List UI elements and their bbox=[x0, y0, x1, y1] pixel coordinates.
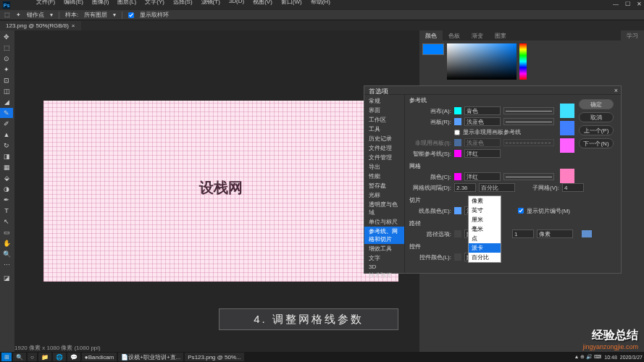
menu-select[interactable]: 选择(S) bbox=[173, 0, 193, 5]
fg-bg-swatches[interactable] bbox=[422, 43, 444, 55]
canvas-guide-style[interactable] bbox=[503, 107, 554, 114]
unit-option-px[interactable]: 像素 bbox=[469, 196, 501, 206]
close-button[interactable]: ✕ bbox=[634, 0, 644, 7]
menu-edit[interactable]: 编辑(E) bbox=[64, 0, 83, 5]
grid-spacing-input[interactable] bbox=[454, 183, 476, 192]
stamp-tool[interactable]: ▲ bbox=[0, 130, 13, 140]
artboard-guide-select[interactable]: 浅蓝色 bbox=[464, 117, 501, 126]
artboard-guide-style[interactable] bbox=[503, 118, 554, 125]
show-inactive-checkbox[interactable] bbox=[454, 130, 460, 135]
tab-color[interactable]: 颜色 bbox=[419, 30, 443, 41]
tab-gradients[interactable]: 渐变 bbox=[466, 30, 489, 41]
taskbar-browser[interactable]: 🌐 bbox=[53, 353, 66, 361]
color-swap[interactable]: ◪ bbox=[0, 271, 13, 285]
menu-3d[interactable]: 3D(D) bbox=[229, 0, 244, 5]
history-brush-tool[interactable]: ↻ bbox=[0, 140, 13, 151]
frame-tool[interactable]: ◫ bbox=[0, 86, 13, 96]
taskbar-bandicam[interactable]: ● Bandicam bbox=[82, 353, 117, 361]
tab-patterns[interactable]: 图案 bbox=[489, 30, 512, 41]
pen-tool[interactable]: ✒ bbox=[0, 195, 13, 205]
taskbar-browser-window[interactable]: 📄 设栈+职业培训+直... bbox=[118, 353, 183, 361]
ok-button[interactable]: 确定 bbox=[579, 99, 614, 109]
taskbar-cortana[interactable]: ○ bbox=[28, 353, 37, 361]
move-tool[interactable]: ✥ bbox=[0, 32, 13, 42]
grid-color-select[interactable]: 洋红 bbox=[464, 172, 501, 181]
subdiv-input[interactable] bbox=[562, 183, 584, 192]
category-export[interactable]: 导出 bbox=[364, 162, 404, 172]
category-units[interactable]: 单位与标尺 bbox=[364, 217, 404, 227]
unit-option-inch[interactable]: 英寸 bbox=[469, 206, 501, 215]
marquee-tool[interactable]: ⬚ bbox=[0, 43, 13, 53]
controls-color-swatch[interactable] bbox=[454, 253, 461, 261]
taskbar-wechat[interactable]: 💬 bbox=[67, 353, 80, 361]
diffuse-checkbox[interactable] bbox=[128, 12, 134, 18]
cancel-button[interactable]: 取消 bbox=[579, 112, 614, 122]
menu-view[interactable]: 视图(V) bbox=[253, 0, 272, 5]
category-tools[interactable]: 工具 bbox=[364, 125, 404, 134]
category-file-mgmt[interactable]: 文件管理 bbox=[364, 153, 404, 162]
tray-icons[interactable]: ▲ ⊕ 🔊 ⌨ bbox=[574, 354, 602, 360]
crop-tool[interactable]: ⊡ bbox=[0, 75, 13, 85]
category-performance[interactable]: 性能 bbox=[364, 172, 404, 181]
zoom-tool[interactable]: 🔍 bbox=[0, 249, 13, 259]
menu-help[interactable]: 帮助(H) bbox=[311, 0, 330, 5]
dodge-tool[interactable]: ◑ bbox=[0, 184, 13, 194]
taskbar-explorer[interactable]: 📁 bbox=[38, 353, 51, 361]
minimize-button[interactable]: — bbox=[611, 0, 621, 7]
canvas-guide-swatch[interactable] bbox=[454, 107, 461, 114]
category-cursors[interactable]: 光标 bbox=[364, 190, 404, 200]
menu-file[interactable]: 文件(F) bbox=[36, 0, 55, 5]
category-history[interactable]: 历史记录 bbox=[364, 134, 404, 143]
tab-learn[interactable]: 学习 bbox=[621, 30, 644, 41]
prev-button[interactable]: 上一个(P) bbox=[579, 125, 614, 135]
path-tool[interactable]: ↖ bbox=[0, 216, 13, 227]
type-tool[interactable]: T bbox=[0, 206, 13, 216]
start-button[interactable]: ⊞ bbox=[1, 353, 12, 361]
taskbar-photoshop[interactable]: Ps 123.png @ 50%... bbox=[185, 353, 244, 361]
category-guides-grid[interactable]: 参考线、网格和切片 bbox=[364, 227, 404, 244]
smart-guide-select[interactable]: 洋红 bbox=[464, 149, 501, 158]
brush-tool[interactable]: ✐ bbox=[0, 119, 13, 129]
canvas-guide-select[interactable]: 青色 bbox=[464, 106, 501, 115]
slice-number-checkbox[interactable] bbox=[518, 208, 524, 214]
category-transparency[interactable]: 透明度与色域 bbox=[364, 200, 404, 217]
tray-time[interactable]: 10:48 bbox=[604, 355, 617, 360]
unit-option-percent[interactable]: 百分比 bbox=[469, 253, 501, 262]
eraser-tool[interactable]: ◨ bbox=[0, 151, 13, 161]
brush-icon[interactable]: ✦ bbox=[16, 12, 21, 18]
category-scratch[interactable]: 暂存盘 bbox=[364, 181, 404, 190]
document-tab[interactable]: 123.png @ 50%(RGB/8) × bbox=[0, 21, 81, 30]
tab-swatches[interactable]: 色板 bbox=[443, 30, 466, 41]
sample-select[interactable]: 所有图层 bbox=[84, 11, 107, 19]
category-type[interactable]: 文字 bbox=[364, 253, 404, 263]
tab-close-icon[interactable]: × bbox=[72, 22, 75, 29]
slice-color-swatch[interactable] bbox=[454, 207, 461, 214]
path-px-unit[interactable]: 像素 bbox=[537, 230, 573, 238]
canvas[interactable]: 设栈网 bbox=[43, 101, 398, 282]
grid-unit-select[interactable]: 百分比 bbox=[479, 183, 515, 192]
more-tools[interactable]: ⋯ bbox=[0, 260, 13, 270]
unit-option-cm[interactable]: 厘米 bbox=[469, 215, 501, 224]
menu-window[interactable]: 窗口(W) bbox=[281, 0, 302, 5]
menu-type[interactable]: 文字(Y) bbox=[145, 0, 164, 5]
category-3d[interactable]: 3D bbox=[364, 263, 404, 271]
category-interface[interactable]: 界面 bbox=[364, 106, 404, 115]
hand-tool[interactable]: ✋ bbox=[0, 238, 13, 248]
gradient-tool[interactable]: ▦ bbox=[0, 162, 13, 172]
category-plugins[interactable]: 增效工具 bbox=[364, 244, 404, 253]
shape-tool[interactable]: ▭ bbox=[0, 227, 13, 237]
path-px-input[interactable] bbox=[512, 230, 534, 238]
menu-image[interactable]: 图像(I) bbox=[92, 0, 109, 5]
color-picker[interactable] bbox=[447, 43, 517, 80]
smart-guide-swatch[interactable] bbox=[454, 150, 461, 157]
unit-option-pt[interactable]: 点 bbox=[469, 234, 501, 243]
path-color-swatch[interactable] bbox=[454, 230, 461, 237]
grid-style[interactable] bbox=[503, 173, 554, 180]
wand-tool[interactable]: ✦ bbox=[0, 64, 13, 75]
unit-option-mm[interactable]: 毫米 bbox=[469, 224, 501, 234]
menu-filter[interactable]: 滤镜(T) bbox=[201, 0, 220, 5]
grid-color-swatch[interactable] bbox=[454, 173, 461, 180]
category-workspace[interactable]: 工作区 bbox=[364, 115, 404, 125]
category-tech-preview[interactable]: 技术预览 bbox=[364, 271, 404, 280]
heal-tool[interactable]: ✎ bbox=[0, 108, 13, 118]
